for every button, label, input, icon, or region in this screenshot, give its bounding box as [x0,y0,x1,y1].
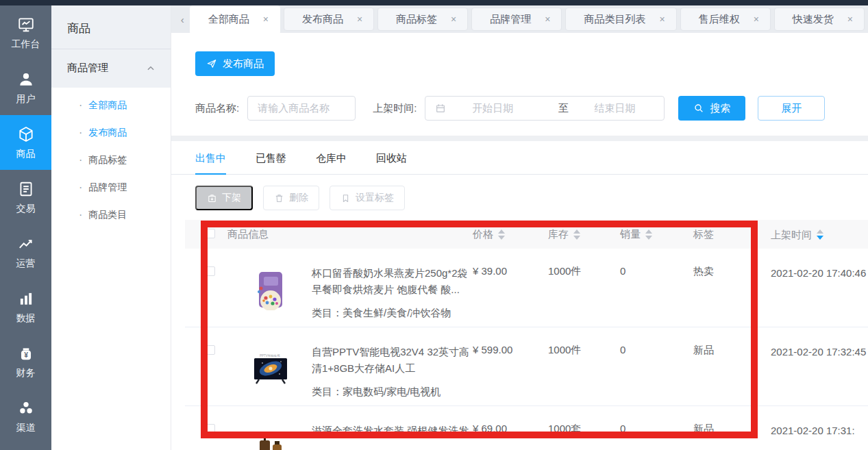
sort-icon[interactable] [498,229,505,240]
set-tag-button[interactable]: 设置标签 [330,186,405,210]
sidebar-item[interactable]: 渠道 [0,389,51,444]
product-title[interactable]: 滋源全套洗发水套装 强根健发洗发 [312,423,473,439]
row-checkbox[interactable] [206,424,215,434]
price-value: ¥ 599.00 [473,344,548,355]
row-checkbox[interactable] [206,266,215,276]
send-icon [206,58,217,69]
search-button[interactable]: 搜索 [678,96,745,121]
page-tab[interactable]: 全部商品 × [190,5,280,33]
page-tab[interactable]: 快速发货 × [774,8,865,31]
status-tab[interactable]: 仓库中 [316,152,347,174]
submenu-item[interactable]: · 商品类目 [51,201,171,229]
page-tab[interactable]: 发布商品 × [284,8,374,31]
sidebar-item[interactable]: 数据 [0,279,51,334]
sidebar-item[interactable]: 运营 [0,225,51,279]
submenu-item[interactable]: · 发布商品 [51,119,171,147]
page-tab[interactable]: 售后维权 × [680,8,771,31]
tab-label: 售后维权 [699,13,740,26]
trash-icon [274,193,284,203]
page-tab[interactable]: 品牌管理 × [471,8,562,31]
sales-value: 0 [620,265,693,277]
header-info: 商品信息 [227,228,473,241]
expand-button[interactable]: 展开 [758,96,825,121]
product-category: 类目：家电数码/家电/电视机 [312,386,473,399]
close-icon[interactable]: × [545,14,550,25]
tab-bar: ‹ 全部商品 × 发布商品 × 商品标签 × 品牌管理 × 商品类目列表 × [171,5,868,33]
header-time[interactable]: 上架时间 [771,227,868,242]
delete-label: 删除 [289,192,308,204]
sidebar-item-label: 渠道 [16,422,36,434]
tab-label: 品牌管理 [490,13,531,26]
icon-sidebar: 工作台 用户 商品 交易 运营 数据 ¥ 财务 渠道 [0,5,51,450]
close-icon[interactable]: × [847,14,853,25]
sidebar-item-icon [17,290,35,308]
time-field-label: 上架时间: [373,102,417,115]
sidebar-item[interactable]: 交易 [0,170,51,225]
page-tab[interactable]: 商品标签 × [377,8,468,31]
bullet-icon: · [79,99,82,112]
sidebar-item-icon [17,71,35,88]
status-tab-label: 已售罄 [256,152,286,164]
product-category: 类目：美食生鲜/美食/冲饮谷物 [312,307,473,320]
submenu-item-label: 发布商品 [88,127,127,139]
header-stock[interactable]: 库存 [548,228,620,241]
sort-icon[interactable] [645,229,652,240]
product-table: 商品信息 价格 库存 销量 标签 上架时间 [185,220,868,450]
submenu-item[interactable]: · 全部商品 [51,92,171,119]
app-window: 工作台 用户 商品 交易 运营 数据 ¥ 财务 渠道 [0,0,868,450]
sort-desc-icon[interactable] [817,229,823,240]
submenu-title: 商品 [51,5,171,49]
product-image [250,269,291,310]
chevron-left-icon[interactable]: ‹ [175,5,190,33]
product-image [250,427,291,450]
submenu-group-toggle[interactable]: 商品管理 [51,49,171,87]
date-range-input[interactable]: 开始日期 至 结束日期 [425,96,665,121]
bullet-icon: · [79,154,82,166]
close-icon[interactable]: × [263,14,269,25]
product-title[interactable]: 杯口留香酸奶水果燕麦片250g*2袋早餐即食烘焙麦片 饱腹代餐 酸... [312,265,473,298]
close-icon[interactable]: × [659,14,665,25]
submenu-list: · 全部商品 · 发布商品 · 商品标签 · 品牌管理 · 商品类目 [51,88,171,229]
header-sales[interactable]: 销量 [620,228,693,241]
close-icon[interactable]: × [357,14,362,25]
end-date-placeholder: 结束日期 [575,102,655,115]
stock-value: 1000套 [548,423,620,436]
search-section: 发布商品 商品名称: 请输入商品名称 上架时间: 开始日期 至 结束日期 搜索 [171,33,868,136]
start-date-placeholder: 开始日期 [453,102,551,115]
sidebar-item[interactable]: 商品 [0,115,51,170]
submenu-header: 商品 商品管理 [51,5,171,88]
submenu-item[interactable]: · 商品标签 [51,147,171,174]
close-icon[interactable]: × [754,14,759,25]
status-tab[interactable]: 已售罄 [256,152,286,174]
row-checkbox[interactable] [206,345,215,355]
product-title[interactable]: 自营PPTV智能电视32V4 32英寸高清1+8GB大存储AI人工 [312,344,473,377]
delete-button[interactable]: 删除 [263,186,319,210]
sidebar-item-icon [17,235,35,253]
chevron-up-icon [146,64,156,73]
page-tab[interactable]: 商品类目列表 × [565,8,676,31]
bullet-icon: · [79,182,82,194]
close-icon[interactable]: × [451,14,456,25]
sidebar-item[interactable]: 工作台 [0,5,51,60]
submenu-item-label: 商品标签 [88,154,127,166]
name-field-label: 商品名称: [195,102,239,115]
sidebar-item-label: 运营 [16,258,36,270]
main-area: ‹ 全部商品 × 发布商品 × 商品标签 × 品牌管理 × 商品类目列表 × [171,5,868,450]
bullet-icon: · [79,209,82,221]
header-price[interactable]: 价格 [473,228,548,241]
sidebar-item[interactable]: 用户 [0,60,51,115]
sidebar-item-icon [17,180,35,198]
sort-icon[interactable] [573,229,580,240]
product-name-input[interactable]: 请输入商品名称 [247,96,356,121]
date-to-label: 至 [558,102,569,115]
takedown-label: 下架 [222,192,241,204]
takedown-button[interactable]: 下架 [195,186,253,210]
submenu-group-label: 商品管理 [67,62,108,75]
publish-product-button[interactable]: 发布商品 [195,51,275,76]
select-all-checkbox[interactable] [206,229,215,238]
status-tab[interactable]: 回收站 [376,152,407,174]
status-tab[interactable]: 出售中 [195,152,226,174]
sidebar-item[interactable]: ¥ 财务 [0,334,51,389]
tab-label: 商品标签 [396,13,437,26]
submenu-item[interactable]: · 品牌管理 [51,174,171,201]
